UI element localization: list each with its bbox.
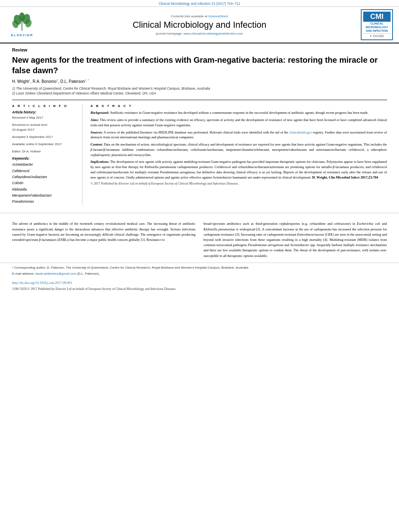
footnote-section: * Corresponding author. D. Paterson, The…: [0, 263, 399, 279]
abstract-copyright: © 2017 Published by Elsevier Ltd on beha…: [90, 182, 387, 185]
article-info-heading: A R T I C L E I N F O: [12, 104, 77, 108]
author-3-sup: 1, *: [85, 79, 89, 82]
background-text: Antibiotic resistance in Gram-negative r…: [110, 111, 368, 115]
acinetobacter-italic: Acinetobacter: [290, 243, 309, 247]
ecoli-italic: Escherichia coli: [357, 222, 380, 226]
article-info-abstract: A R T I C L E I N F O Article history: R…: [12, 100, 387, 205]
content-text: Data on the mechanism of action, microbi…: [90, 142, 387, 157]
body-left-para: The advent of antibiotics in the middle …: [12, 221, 195, 242]
abstract-sources: Sources: A review of the published liter…: [90, 130, 387, 140]
cmi-logo-area: CMI CLINICAL MICROBIOLOGY AND INFECTION …: [359, 9, 395, 40]
homepage-link[interactable]: www.clinicalmicrobiologyandinfection.com: [183, 32, 243, 35]
pseudomonas-italic: Pseudomonas aeruginosa: [248, 243, 283, 247]
article-info-col: A R T I C L E I N F O Article history: R…: [12, 104, 82, 205]
keyword-2: Cefiderocol: [12, 168, 77, 174]
elsevier-logo-area: ELSEVIER: [4, 9, 40, 40]
elsevier-tree-icon: [10, 12, 34, 33]
elsevier-logo: ELSEVIER: [10, 12, 34, 37]
abstract-aims: Aims: This review aims to provide a summ…: [90, 117, 387, 128]
elsevier-wordmark: ELSEVIER: [11, 33, 33, 37]
citation-text: H. Wright, Clin Microbiol Infect 2017;23…: [312, 175, 378, 179]
enterobacteriaceae-italic: Enterobacteriaceae: [297, 232, 324, 236]
body-col-right: broad-spectrum antibiotics such as third…: [204, 221, 387, 258]
editor-label: Editor: Dr A. Huttner: [12, 150, 41, 153]
journal-header: ELSEVIER Contents lists available at Sci…: [0, 7, 399, 43]
affiliation-2: 2) Louis Stokes Cleveland Department of …: [12, 91, 387, 96]
page: Clinical Microbiology and Infection 23 (…: [0, 0, 399, 532]
content-label: Content:: [90, 142, 103, 146]
email-link[interactable]: david.antibiotics@gmail.com: [35, 272, 76, 275]
keyword-5: Klebsiella: [12, 187, 77, 193]
article-type-label: Review: [12, 47, 387, 52]
abstract-heading: A B S T R A C T: [90, 104, 387, 108]
cmi-initials: CMI: [363, 12, 391, 22]
bottom-copyright: 1198-743X/© 2017 Published by Elsevier L…: [0, 286, 399, 295]
journal-homepage: journal homepage: www.clinicalmicrobiolo…: [156, 32, 243, 35]
implications-label: Implications:: [90, 160, 109, 164]
cmi-full-name: CLINICAL MICROBIOLOGY AND INFECTION: [363, 22, 391, 33]
body-text-section: The advent of antibiotics in the middle …: [0, 213, 399, 262]
background-label: Background:: [90, 111, 109, 115]
abstract-col: A B S T R A C T Background: Antibiotic r…: [90, 104, 387, 205]
keywords-list: Acinetobacter Cefiderocol Ceftazidime/Av…: [12, 162, 77, 205]
sources-label: Sources:: [90, 130, 103, 134]
doi-line[interactable]: http://dx.doi.org/10.1016/j.cmi.2017.09.…: [0, 279, 399, 286]
sciencedirect-line: Contents lists available at ScienceDirec…: [171, 14, 228, 18]
article-content: Review New agents for the treatment of i…: [0, 43, 399, 209]
article-title: New agents for the treatment of infectio…: [12, 55, 387, 76]
body-right-para: broad-spectrum antibiotics such as third…: [204, 221, 387, 258]
doi-text: http://dx.doi.org/10.1016/j.cmi.2017.09.…: [12, 281, 72, 285]
footnote-corresponding: * Corresponding author. D. Paterson, The…: [12, 265, 387, 270]
journal-header-center: Contents lists available at ScienceDirec…: [43, 9, 356, 40]
available-date: Available online 8 September 2017: [12, 142, 77, 147]
keywords-label: Keywords:: [12, 156, 77, 160]
affiliations: 1) The University of Queensland, Centre …: [12, 86, 387, 96]
editor-section: Editor: Dr A. Huttner: [12, 149, 77, 153]
email-label: E-mail address:: [12, 272, 35, 275]
abstract-implications: Implications: The development of new age…: [90, 159, 387, 180]
revised-date: Received in revised form24 August 2017: [12, 123, 77, 132]
author-2-name: , R.A. Bonomo: [30, 80, 56, 84]
author-1-name: H. Wright: [12, 80, 29, 84]
keyword-7: Pseudomonas: [12, 199, 77, 205]
aims-label: Aims:: [90, 118, 99, 122]
authors-line: H. Wright1, R.A. Bonomo2, D.L. Paterson1…: [12, 79, 387, 84]
journal-citation-bar: Clinical Microbiology and Infection 23 (…: [0, 0, 399, 7]
keyword-4: Colistin: [12, 180, 77, 186]
body-col-left: The advent of antibiotics in the middle …: [12, 221, 195, 258]
history-label: Article history:: [12, 110, 77, 114]
escmid-text: ✦ ESCMID: [363, 33, 391, 38]
accepted-date: Accepted 3 September 2017: [12, 135, 77, 140]
keyword-3: Ceftazidime/Avibactam: [12, 174, 77, 180]
sciencedirect-link[interactable]: ScienceDirect: [208, 14, 228, 18]
keyword-1: Acinetobacter: [12, 162, 77, 168]
keyword-6: Meropenem/Vaborbactam: [12, 193, 77, 199]
aims-text: This review aims to provide a summary of…: [90, 118, 387, 127]
sources-pre: A review of the published literature via…: [104, 130, 289, 134]
footnote-email: E-mail address: david.antibiotics@gmail.…: [12, 271, 387, 276]
svg-point-4: [19, 12, 25, 21]
author-3-name: , D.L. Paterson: [58, 80, 85, 84]
received-date: Received 4 May 2017: [12, 115, 77, 120]
journal-title: Clinical Microbiology and Infection: [133, 20, 267, 30]
affiliation-1: 1) The University of Queensland, Centre …: [12, 86, 387, 91]
abstract-background: Background: Antibiotic resistance in Gra…: [90, 110, 387, 115]
klebsiella-italic: Klebsiella pneumoniae: [204, 227, 235, 231]
abstract-content: Content: Data on the mechanism of action…: [90, 142, 387, 157]
cmi-logo: CMI CLINICAL MICROBIOLOGY AND INFECTION …: [361, 9, 393, 40]
journal-citation-text: Clinical Microbiology and Infection 23 (…: [159, 2, 241, 6]
email-suffix: (D.L. Paterson).: [76, 272, 100, 275]
clinicaltrials-link[interactable]: clinicaltrials.gov: [289, 130, 312, 134]
